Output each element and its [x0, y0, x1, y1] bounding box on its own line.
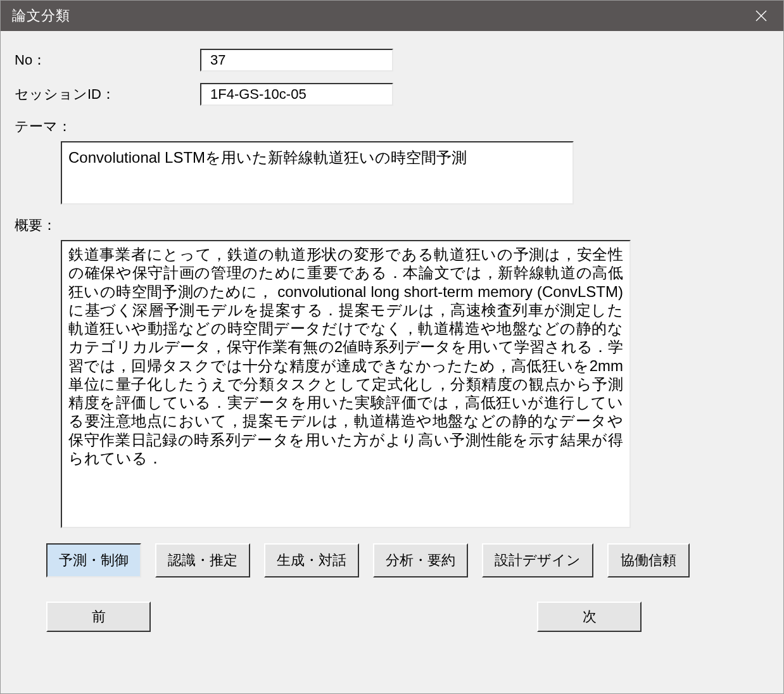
next-button[interactable]: 次 [537, 602, 642, 632]
category-recognition-estimation-button[interactable]: 認識・推定 [155, 543, 250, 577]
no-input[interactable] [200, 49, 393, 72]
category-predict-control-button[interactable]: 予測・制御 [46, 543, 141, 577]
theme-label: テーマ： [13, 117, 773, 136]
theme-textarea[interactable] [61, 141, 574, 205]
category-design-button[interactable]: 設計デザイン [482, 543, 593, 577]
summary-textarea[interactable] [61, 240, 631, 528]
prev-button[interactable]: 前 [46, 602, 151, 632]
no-label: No： [13, 51, 200, 70]
close-button[interactable] [739, 1, 783, 31]
no-row: No： [13, 49, 773, 72]
category-collaboration-trust-button[interactable]: 協働信頼 [607, 543, 690, 577]
window-title: 論文分類 [12, 6, 70, 25]
summary-label: 概要： [13, 216, 773, 235]
session-row: セッションID： [13, 83, 773, 106]
titlebar: 論文分類 [1, 1, 783, 31]
main-window: 論文分類 No： セッションID： テーマ： 概要： 予測・制御 認識・推定 生… [0, 0, 784, 694]
nav-button-group: 前 次 [46, 602, 642, 632]
close-icon [756, 10, 767, 22]
category-button-group: 予測・制御 認識・推定 生成・対話 分析・要約 設計デザイン 協働信頼 [46, 543, 773, 577]
session-label: セッションID： [13, 85, 200, 104]
session-input[interactable] [200, 83, 393, 106]
category-generation-dialogue-button[interactable]: 生成・対話 [264, 543, 359, 577]
category-analysis-summary-button[interactable]: 分析・要約 [373, 543, 468, 577]
content-area: No： セッションID： テーマ： 概要： 予測・制御 認識・推定 生成・対話 … [1, 31, 783, 693]
